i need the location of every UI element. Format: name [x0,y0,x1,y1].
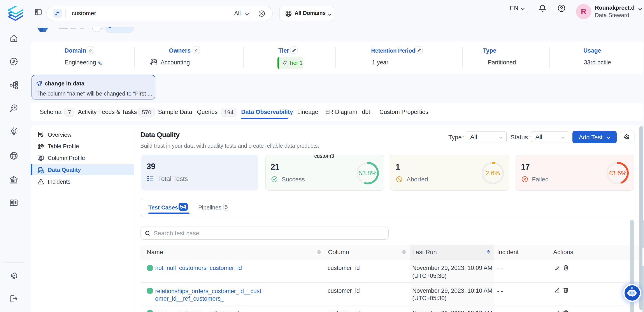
svg-text:43.6%: 43.6% [608,170,626,177]
svg-text:2.6%: 2.6% [486,170,500,177]
svg-text:53.8%: 53.8% [358,170,376,177]
